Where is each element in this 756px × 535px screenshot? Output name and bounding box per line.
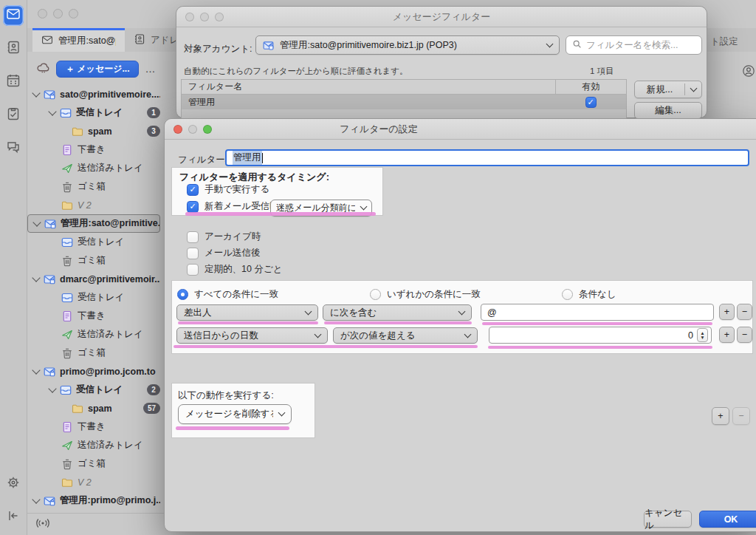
- timing-manual-option[interactable]: 手動で実行する: [187, 183, 269, 196]
- new-message-button[interactable]: ＋ メッセージ...: [56, 61, 139, 78]
- match-all-option[interactable]: すべての条件に一致: [177, 288, 278, 301]
- after-sending-checkbox[interactable]: [187, 248, 199, 259]
- new-mail-checkbox[interactable]: [187, 201, 199, 213]
- folder-row-drafts[interactable]: 下書き: [27, 307, 160, 325]
- folder-row-inbox[interactable]: 受信トレイ: [27, 288, 160, 307]
- folder-row-trash[interactable]: ゴミ箱: [27, 251, 160, 270]
- manual-checkbox[interactable]: [187, 184, 199, 196]
- filter-search-field[interactable]: [566, 35, 702, 55]
- account-hub-icon[interactable]: [742, 64, 755, 81]
- chevron-down-icon[interactable]: [32, 495, 40, 503]
- match-any-radio[interactable]: [370, 289, 381, 300]
- new-filter-split-button[interactable]: 新規...: [634, 81, 702, 98]
- zoom-button[interactable]: [203, 125, 212, 134]
- condition1-field-dropdown[interactable]: 差出人: [176, 304, 318, 321]
- folder-row-v2[interactable]: V 2: [27, 473, 160, 491]
- folder-row-trash[interactable]: ゴミ箱: [27, 177, 160, 196]
- zoom-button[interactable]: [69, 9, 78, 18]
- condition1-value-input[interactable]: @: [481, 304, 714, 321]
- search-input[interactable]: [586, 40, 695, 50]
- zoom-button[interactable]: [215, 13, 224, 21]
- tasks-space-button[interactable]: [3, 105, 24, 126]
- column-header-name[interactable]: フィルター名: [182, 81, 555, 93]
- folder-row-trash[interactable]: ゴミ箱: [27, 454, 160, 473]
- folder-row-inbox[interactable]: 受信トレイ1: [27, 103, 160, 122]
- chevron-down-icon[interactable]: [32, 89, 40, 97]
- timing-after-sending-option[interactable]: メール送信後: [187, 247, 261, 259]
- condition1-remove-button[interactable]: −: [737, 304, 752, 320]
- minimize-button[interactable]: [200, 13, 209, 21]
- cancel-button[interactable]: キャンセル: [644, 511, 692, 528]
- folder-row-inbox[interactable]: 受信トレイ2: [27, 381, 160, 399]
- folder-pane-options-button[interactable]: …: [145, 63, 156, 75]
- action-dropdown[interactable]: メッセージを削除する: [178, 404, 292, 424]
- archiving-checkbox[interactable]: [187, 231, 199, 243]
- chevron-down-icon[interactable]: [32, 218, 41, 226]
- filters-item-count: 1 項目: [590, 66, 614, 77]
- collapse-rail-button[interactable]: [3, 507, 24, 528]
- chevron-down-icon[interactable]: [32, 366, 40, 374]
- match-any-option[interactable]: いずれかの条件に一致: [370, 288, 481, 301]
- minimize-button[interactable]: [188, 125, 197, 134]
- condition2-operator-dropdown[interactable]: が次の値を超える: [333, 327, 478, 344]
- timing-new-mail-option[interactable]: 新着メール受信時:: [187, 200, 281, 213]
- folder-row-inbox[interactable]: 受信トレイ: [27, 233, 160, 251]
- folder-row-account[interactable]: 管理用:primo@primo.j...: [27, 491, 160, 510]
- action-add-button[interactable]: +: [712, 407, 729, 425]
- chevron-down-icon[interactable]: [48, 384, 56, 392]
- chevron-down-icon[interactable]: [48, 107, 56, 115]
- mail-space-button[interactable]: [3, 5, 24, 26]
- folder-row-spam[interactable]: spam57: [27, 399, 160, 418]
- folder-row-sent[interactable]: 送信済みトレイ: [27, 159, 160, 177]
- chevron-down-icon[interactable]: [32, 273, 40, 282]
- filter-name-input[interactable]: 管理用: [225, 149, 749, 166]
- address-book-space-button[interactable]: [3, 38, 24, 59]
- close-button[interactable]: [185, 13, 194, 21]
- periodic-checkbox[interactable]: [187, 264, 199, 276]
- folder-row-account-selected[interactable]: 管理用:sato@primitive...: [27, 214, 160, 233]
- condition2-remove-button[interactable]: −: [737, 327, 752, 343]
- match-none-option[interactable]: 条件なし: [562, 288, 616, 301]
- folder-row-sent[interactable]: 送信済みトレイ: [27, 325, 160, 344]
- condition1-operator-dropdown[interactable]: に次を含む: [323, 304, 472, 321]
- timing-archiving-option[interactable]: アーカイブ時: [187, 231, 261, 243]
- tab-mail[interactable]: 管理用:sato@prim: [32, 28, 125, 52]
- chat-space-button[interactable]: [3, 138, 24, 159]
- folder-row-trash[interactable]: ゴミ箱: [27, 344, 160, 362]
- settings-button[interactable]: [3, 474, 24, 494]
- radio-tower-icon[interactable]: [34, 516, 52, 534]
- ok-button[interactable]: OK: [699, 511, 756, 528]
- close-button[interactable]: [173, 125, 182, 134]
- folder-row-drafts[interactable]: 下書き: [27, 418, 160, 436]
- folder-row-account[interactable]: sato@primitivemoire....: [27, 85, 160, 103]
- calendar-space-button[interactable]: [3, 72, 24, 92]
- condition2-value-input[interactable]: 0 ▲▼: [489, 327, 712, 344]
- folder-row-drafts[interactable]: 下書き: [27, 140, 160, 159]
- timing-periodic-option[interactable]: 定期的、10 分ごと: [187, 263, 282, 276]
- match-all-radio[interactable]: [177, 289, 188, 300]
- filter-row-selected[interactable]: 管理用: [182, 95, 626, 109]
- dialog-title: フィルターの設定: [340, 123, 418, 136]
- action-remove-button[interactable]: −: [732, 407, 750, 425]
- folder-row-account[interactable]: primo@primo.jcom.to: [27, 362, 160, 381]
- match-none-radio[interactable]: [562, 289, 573, 300]
- edit-filter-button[interactable]: 編集...: [634, 102, 702, 119]
- condition2-field-dropdown[interactable]: 送信日からの日数: [176, 327, 328, 344]
- folder-row-account[interactable]: dmarc@primitivemoir...: [27, 270, 160, 288]
- folder-row-sent[interactable]: 送信済みトレイ: [27, 436, 160, 454]
- folder-row-v2[interactable]: V 2: [27, 196, 160, 214]
- pink-highlight: [488, 346, 712, 349]
- account-dropdown[interactable]: 管理用:sato@primitivemoire.biz1.jp (POP3): [255, 35, 560, 55]
- number-stepper[interactable]: ▲▼: [697, 328, 708, 342]
- condition1-add-button[interactable]: +: [719, 304, 735, 320]
- close-button[interactable]: [38, 9, 47, 18]
- filter-enabled-checkbox[interactable]: [585, 97, 597, 108]
- column-header-enabled[interactable]: 有効: [555, 80, 626, 94]
- cloud-icon[interactable]: [36, 61, 50, 78]
- folder-row-spam[interactable]: spam3: [27, 122, 160, 140]
- new-filter-menu-button[interactable]: [685, 88, 701, 91]
- folder-icon: [72, 403, 83, 415]
- tab-account-settings-partial[interactable]: ト設定: [710, 31, 752, 52]
- minimize-button[interactable]: [53, 9, 63, 18]
- condition2-add-button[interactable]: +: [719, 327, 735, 343]
